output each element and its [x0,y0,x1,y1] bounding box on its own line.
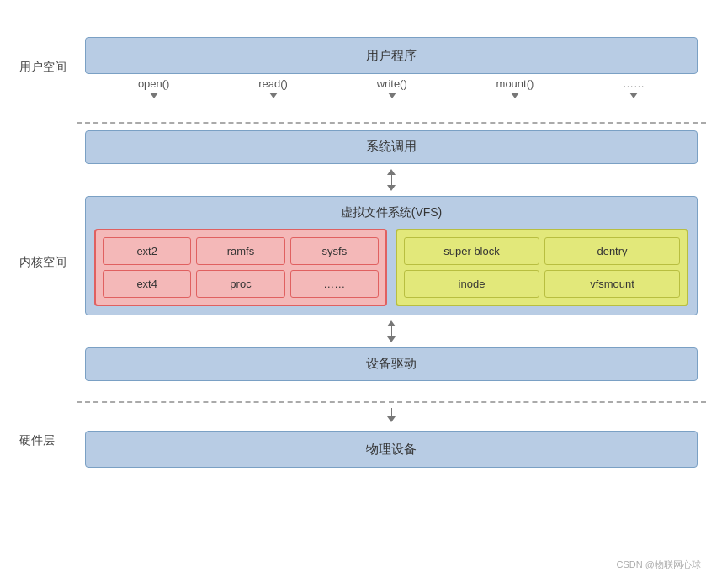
mount-label: mount() [496,77,534,90]
more-calls: …… [623,77,645,98]
user-program-box: 用户程序 [85,37,698,74]
arrow-tip-down [387,185,396,191]
mount-call: mount() [496,77,534,98]
obj-superblock: super block [404,237,539,265]
kernel-space-content: 系统调用 虚拟文件系统(VFS) ext2 ramfs sysfs [77,124,706,401]
driver-box: 设备驱动 [85,347,698,381]
arrow-tip-down-2 [387,336,396,342]
more-label: …… [623,77,645,90]
open-arrow [150,93,158,98]
kernel-space-label: 内核空间 [16,124,77,401]
arrow-line [391,175,392,185]
write-arrow [388,93,396,98]
double-arrow-2 [387,320,396,342]
user-space-label: 用户空间 [16,60,77,75]
hardware-section: 硬件层 物理设备 [16,403,706,479]
read-call: read() [258,77,288,98]
arrow-tip-3 [387,416,396,422]
fs-item-proc: proc [196,270,284,298]
user-space-section: 用户空间 用户程序 open() read() write() mount() [16,13,706,122]
watermark: CSDN @物联网心球 [617,559,701,571]
write-call: write() [377,77,407,98]
fs-group: ext2 ramfs sysfs ext4 proc …… [94,229,387,306]
arrow-tip-up-2 [387,320,396,326]
fs-item-more: …… [290,270,379,298]
driver-hw-arrow [387,408,396,422]
open-call: open() [138,77,170,98]
physical-device-box: 物理设备 [85,431,698,468]
obj-group: super block dentry inode vfsmount [396,229,688,306]
obj-vfsmount: vfsmount [544,270,680,298]
hardware-label: 硬件层 [16,433,77,448]
arrow-line-2 [391,326,392,336]
fs-item-ext2: ext2 [103,237,191,265]
syscall-vfs-connector [85,171,698,189]
fs-item-sysfs: sysfs [290,237,379,265]
read-arrow [269,93,278,98]
syscall-labels-row: open() read() write() mount() …… [77,74,706,105]
obj-inode: inode [404,270,539,298]
vfs-box: 虚拟文件系统(VFS) ext2 ramfs sysfs ext4 proc …… [85,196,698,315]
syscall-box: 系统调用 [85,130,698,164]
user-space-content: 用户程序 open() read() write() mount() [77,29,706,105]
arrow-tip-up [387,169,396,175]
more-arrow [629,93,638,98]
fs-item-ext4: ext4 [103,270,191,298]
vfs-title: 虚拟文件系统(VFS) [94,205,688,220]
vfs-inner: ext2 ramfs sysfs ext4 proc …… super bloc… [94,229,688,306]
fs-item-ramfs: ramfs [196,237,284,265]
vfs-driver-connector [85,322,698,341]
obj-dentry: dentry [544,237,680,265]
hardware-content: 物理设备 [77,405,706,476]
double-arrow-1 [387,169,396,191]
open-label: open() [138,77,170,90]
mount-arrow [511,93,519,98]
arrow-line-3 [391,408,392,416]
read-label: read() [258,77,288,90]
kernel-space-section: 内核空间 系统调用 虚拟文件系统(VFS) ext2 ramfs [16,124,706,401]
write-label: write() [377,77,407,90]
